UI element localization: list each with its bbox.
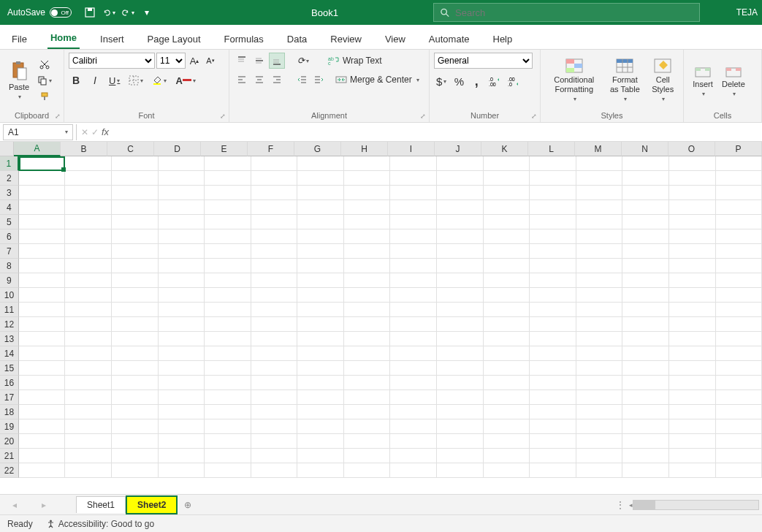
cell[interactable] xyxy=(205,273,251,288)
cell[interactable] xyxy=(65,200,112,215)
cell[interactable] xyxy=(19,303,66,317)
cell[interactable] xyxy=(19,361,66,376)
cell[interactable] xyxy=(716,273,763,288)
cell[interactable] xyxy=(390,317,437,332)
cell[interactable] xyxy=(622,317,669,332)
cell[interactable] xyxy=(716,449,763,463)
cell[interactable] xyxy=(484,317,530,332)
column-header[interactable]: E xyxy=(201,142,248,156)
cell[interactable] xyxy=(251,361,298,376)
cell[interactable] xyxy=(205,229,251,244)
cell[interactable] xyxy=(251,259,298,273)
cell[interactable] xyxy=(112,390,159,405)
cell[interactable] xyxy=(576,405,623,419)
align-center-button[interactable] xyxy=(251,72,267,88)
column-header[interactable]: P xyxy=(715,142,762,156)
tab-help[interactable]: Help xyxy=(490,28,516,49)
column-header[interactable]: B xyxy=(61,142,107,156)
undo-icon[interactable]: ▾ xyxy=(102,6,115,19)
cell[interactable] xyxy=(622,244,669,259)
cell[interactable] xyxy=(576,376,623,390)
cell[interactable] xyxy=(159,200,205,215)
add-sheet-button[interactable]: ⊕ xyxy=(178,500,198,510)
row-header[interactable]: 18 xyxy=(0,405,19,419)
column-header[interactable]: C xyxy=(107,142,154,156)
font-size-select[interactable]: 11 xyxy=(156,53,186,69)
cell[interactable] xyxy=(19,346,66,361)
cell[interactable] xyxy=(205,288,251,303)
cell[interactable] xyxy=(297,390,344,405)
cell[interactable] xyxy=(251,346,298,361)
cell[interactable] xyxy=(19,463,66,478)
cell[interactable] xyxy=(716,244,763,259)
cell[interactable] xyxy=(344,376,391,390)
cell[interactable] xyxy=(65,317,112,332)
cell[interactable] xyxy=(622,434,669,449)
save-icon[interactable] xyxy=(83,6,96,19)
cell[interactable] xyxy=(19,244,66,259)
cell[interactable] xyxy=(484,229,530,244)
row-header[interactable]: 6 xyxy=(0,229,19,244)
cell[interactable] xyxy=(159,317,205,332)
horizontal-scrollbar[interactable]: ⋮ ◂ xyxy=(616,500,762,510)
cell[interactable] xyxy=(530,200,576,215)
cell[interactable] xyxy=(484,390,530,405)
paste-button[interactable]: Paste▾ xyxy=(4,56,34,104)
column-header[interactable]: J xyxy=(435,142,481,156)
cell[interactable] xyxy=(65,434,112,449)
cell[interactable] xyxy=(19,317,66,332)
cell[interactable] xyxy=(669,259,716,273)
row-header[interactable]: 11 xyxy=(0,303,19,317)
cell[interactable] xyxy=(669,405,716,419)
cell[interactable] xyxy=(530,244,576,259)
cell[interactable] xyxy=(251,419,298,434)
cell[interactable] xyxy=(297,259,344,273)
cell[interactable] xyxy=(159,186,205,200)
column-header[interactable]: M xyxy=(575,142,622,156)
fx-icon[interactable]: fx xyxy=(102,126,109,137)
sheet-nav-next-icon[interactable]: ▸ xyxy=(42,500,46,510)
cell[interactable] xyxy=(65,332,112,346)
cell[interactable] xyxy=(390,405,437,419)
cell[interactable] xyxy=(669,288,716,303)
cell[interactable] xyxy=(484,200,530,215)
cell[interactable] xyxy=(19,332,66,346)
cell[interactable] xyxy=(112,361,159,376)
cell[interactable] xyxy=(484,186,530,200)
row-header[interactable]: 22 xyxy=(0,463,19,478)
cell[interactable] xyxy=(716,361,763,376)
cell[interactable] xyxy=(65,259,112,273)
cell[interactable] xyxy=(344,463,391,478)
cell[interactable] xyxy=(437,376,484,390)
cell[interactable] xyxy=(344,419,391,434)
align-middle-button[interactable] xyxy=(251,53,267,69)
cell[interactable] xyxy=(112,376,159,390)
status-accessibility[interactable]: Accessibility: Good to go xyxy=(46,519,154,529)
cell[interactable] xyxy=(669,156,716,171)
align-bottom-button[interactable] xyxy=(269,53,285,69)
cell[interactable] xyxy=(19,405,66,419)
fill-color-button[interactable]: ▾ xyxy=(150,73,169,88)
cell[interactable] xyxy=(484,405,530,419)
cell[interactable] xyxy=(576,200,623,215)
column-header[interactable]: I xyxy=(388,142,435,156)
cell[interactable] xyxy=(437,200,484,215)
borders-button[interactable]: ▾ xyxy=(126,73,145,88)
cell[interactable] xyxy=(622,186,669,200)
cell[interactable] xyxy=(297,449,344,463)
cell[interactable] xyxy=(65,244,112,259)
cell[interactable] xyxy=(205,244,251,259)
cell[interactable] xyxy=(297,200,344,215)
cell[interactable] xyxy=(530,317,576,332)
increase-font-button[interactable]: A▴ xyxy=(187,53,202,68)
cell[interactable] xyxy=(716,419,763,434)
cell[interactable] xyxy=(669,303,716,317)
cell[interactable] xyxy=(622,332,669,346)
cell[interactable] xyxy=(437,449,484,463)
cell[interactable] xyxy=(19,449,66,463)
cancel-formula-icon[interactable]: ✕ xyxy=(81,127,88,137)
cell[interactable] xyxy=(205,171,251,186)
cell[interactable] xyxy=(576,303,623,317)
cell[interactable] xyxy=(112,405,159,419)
cell[interactable] xyxy=(297,244,344,259)
